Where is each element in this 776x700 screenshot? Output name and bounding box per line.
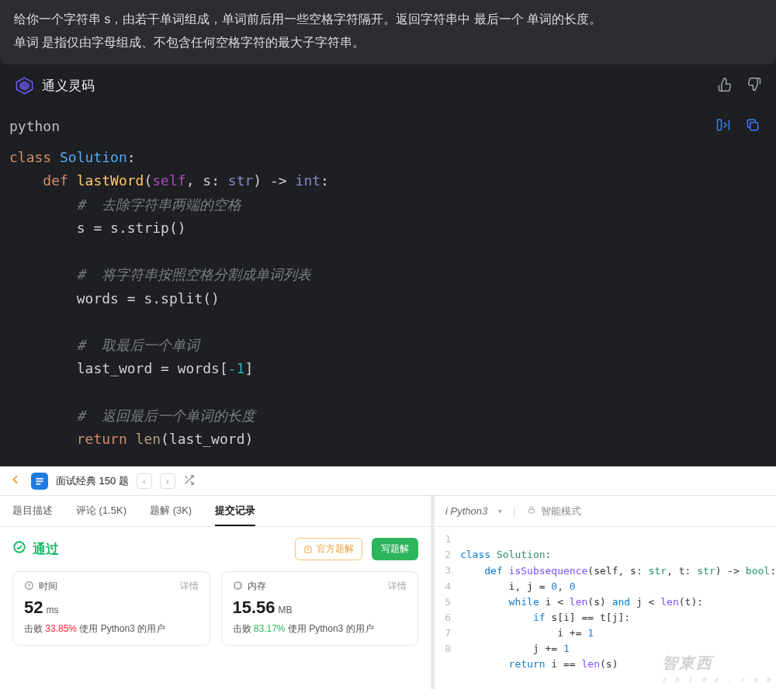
line-numbers: 12345678 <box>435 527 456 689</box>
lock-icon <box>527 505 536 517</box>
copy-code-icon[interactable] <box>745 117 760 135</box>
playlist-icon <box>31 473 48 490</box>
memory-detail-link[interactable]: 详情 <box>388 580 407 593</box>
thumbs-up-icon[interactable] <box>717 77 733 95</box>
chevron-down-icon[interactable]: ▾ <box>498 507 502 515</box>
svg-marker-1 <box>19 81 29 91</box>
tab-submissions[interactable]: 提交记录 <box>215 496 255 526</box>
svg-rect-2 <box>718 120 722 130</box>
svg-rect-11 <box>528 510 534 514</box>
svg-rect-3 <box>750 123 758 130</box>
memory-percent: 83.17% <box>254 623 286 634</box>
clock-icon <box>24 580 34 593</box>
back-icon[interactable] <box>9 473 23 489</box>
playlist-title[interactable]: 面试经典 150 题 <box>56 474 129 488</box>
editor-mode[interactable]: 智能模式 <box>527 504 581 518</box>
time-value: 52 <box>24 598 43 618</box>
editor-language-selector[interactable]: i Python3 <box>445 505 487 517</box>
time-detail-link[interactable]: 详情 <box>180 580 199 593</box>
problem-line-2: 单词 是指仅由字母组成、不包含任何空格字符的最大子字符串。 <box>14 31 762 54</box>
memory-card: 内存 详情 15.56 MB 击败 83.17% 使用 Python3 的用户 <box>221 571 419 646</box>
code-editor[interactable]: 12345678 class Solution: def isSubsequen… <box>435 527 776 689</box>
memory-unit: MB <box>279 605 293 615</box>
svg-rect-5 <box>36 480 43 482</box>
memory-value: 15.56 <box>233 598 275 618</box>
svg-rect-6 <box>36 483 40 485</box>
watermark: 智東西z h i d x . c o m <box>662 651 773 686</box>
tab-solutions[interactable]: 题解 (3K) <box>150 496 192 526</box>
time-card: 时间 详情 52 ms 击败 33.85% 使用 Python3 的用户 <box>12 571 210 646</box>
official-solution-button[interactable]: 官方题解 <box>295 538 362 560</box>
status-text: 通过 <box>33 540 59 558</box>
problem-tabs: 题目描述 评论 (1.5K) 题解 (3K) 提交记录 <box>0 496 431 527</box>
problem-line-1: 给你一个字符串 s，由若干单词组成，单词前后用一些空格字符隔开。返回字符串中 最… <box>14 8 762 31</box>
svg-rect-10 <box>234 582 241 588</box>
time-percent: 33.85% <box>45 623 77 634</box>
status-check-icon <box>12 540 26 558</box>
prev-problem-button[interactable]: ‹ <box>137 473 152 489</box>
tab-description[interactable]: 题目描述 <box>12 496 53 526</box>
problem-description: 给你一个字符串 s，由若干单词组成，单词前后用一些空格字符隔开。返回字符串中 最… <box>0 0 776 64</box>
tab-comments[interactable]: 评论 (1.5K) <box>76 496 126 526</box>
memory-icon <box>233 580 243 593</box>
next-problem-button[interactable]: › <box>160 473 175 489</box>
write-solution-button[interactable]: 写题解 <box>372 538 418 560</box>
ai-logo-icon <box>14 75 34 95</box>
memory-label: 内存 <box>248 580 266 593</box>
shuffle-icon[interactable] <box>183 474 195 488</box>
ai-generated-code[interactable]: class Solution: def lastWord(self, s: st… <box>0 143 776 466</box>
svg-rect-4 <box>36 478 43 480</box>
insert-code-icon[interactable] <box>715 117 731 135</box>
editor-code[interactable]: class Solution: def isSubsequence(self, … <box>456 527 776 689</box>
code-language-label: python <box>9 118 60 134</box>
thumbs-down-icon[interactable] <box>747 77 762 95</box>
time-unit: ms <box>46 605 58 615</box>
ai-assistant-name: 通义灵码 <box>42 77 95 95</box>
time-label: 时间 <box>39 580 57 593</box>
